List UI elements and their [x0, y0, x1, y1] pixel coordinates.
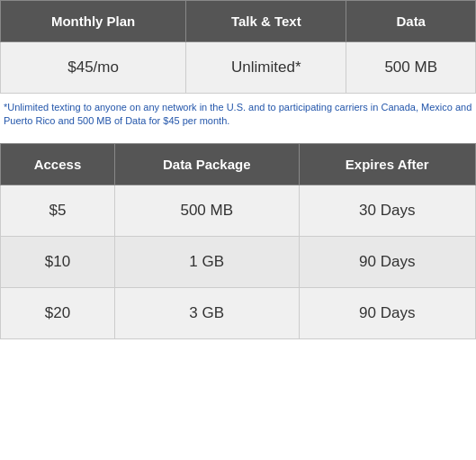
table-row: $101 GB90 Days	[1, 236, 476, 287]
footnote-text: *Unlimited texting to anyone on any netw…	[0, 94, 476, 136]
table-row: $203 GB90 Days	[1, 287, 476, 338]
table-cell: 3 GB	[114, 287, 299, 338]
table-cell: 1 GB	[114, 236, 299, 287]
cell-price: $45/mo	[1, 42, 186, 94]
cell-data-value: 500 MB	[346, 42, 476, 94]
table-cell: 90 Days	[299, 287, 475, 338]
col-header-monthly-plan: Monthly Plan	[1, 1, 186, 42]
table-row: $5500 MB30 Days	[1, 185, 476, 236]
table-cell: $5	[1, 185, 115, 236]
table-cell: 90 Days	[299, 236, 475, 287]
col-header-talk-text: Talk & Text	[186, 1, 346, 42]
col-header-access: Access	[1, 143, 115, 185]
col-header-expires-after: Expires After	[299, 143, 475, 185]
access-table: Access Data Package Expires After $5500 …	[0, 143, 476, 339]
col-header-data-package: Data Package	[114, 143, 299, 185]
col-header-data: Data	[346, 1, 476, 42]
table-cell: 30 Days	[299, 185, 475, 236]
table-cell: $20	[1, 287, 115, 338]
table-cell: 500 MB	[114, 185, 299, 236]
table-cell: $10	[1, 236, 115, 287]
cell-talk-text-value: Unlimited*	[186, 42, 346, 94]
monthly-plan-table: Monthly Plan Talk & Text Data $45/mo Unl…	[0, 0, 476, 94]
page-container: Monthly Plan Talk & Text Data $45/mo Unl…	[0, 0, 476, 339]
